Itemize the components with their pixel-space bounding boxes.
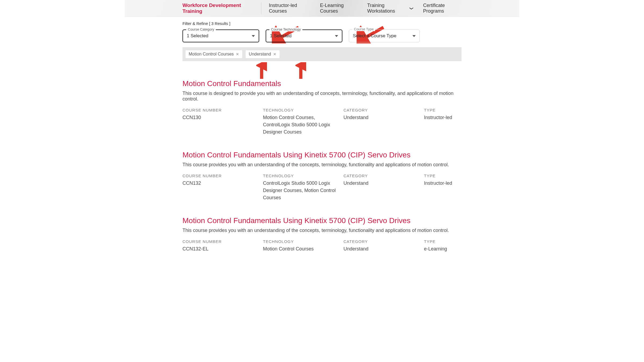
caret-down-icon (335, 35, 338, 37)
meta-value-number: CCN132 (182, 180, 263, 187)
nav-item[interactable]: Instructor-led Courses (269, 3, 310, 14)
meta-value-category: Understand (343, 245, 424, 253)
filter-dropdown[interactable]: Course Category1 Selected (182, 29, 259, 42)
nav-item-label: Training Workstations (367, 3, 407, 14)
filter-refine-header: Filter & Refine [ 3 Results ] (182, 21, 462, 26)
meta-label-category: CATEGORY (343, 239, 424, 244)
course-title-link[interactable]: Motion Control Fundamentals Using Kineti… (182, 216, 462, 225)
nav-item-label: Instructor-led Courses (269, 3, 310, 14)
course-result: Motion Control FundamentalsThis course i… (182, 79, 462, 136)
meta-value-number: CCN132-EL (182, 245, 263, 253)
meta-label-type: TYPE (424, 173, 462, 178)
meta-label-number: COURSE NUMBER (182, 108, 263, 112)
meta-value-technology: Motion Control Courses, ControlLogix Stu… (263, 114, 343, 136)
nav-item-label: Certificate Programs (423, 3, 462, 14)
chip-label: Motion Control Courses (189, 52, 234, 57)
course-description: This course is designed to provide you w… (182, 91, 462, 102)
caret-down-icon (412, 35, 416, 37)
meta-value-category: Understand (343, 114, 424, 121)
meta-value-type: Instructor-led (424, 114, 462, 121)
course-meta: COURSE NUMBERCCN132-ELTECHNOLOGYMotion C… (182, 239, 462, 253)
course-description: This course provides you with an underst… (182, 228, 462, 233)
nav-item[interactable]: Certificate Programs (423, 3, 462, 14)
dropdown-legend: Course Type (352, 27, 375, 31)
meta-value-technology: ControlLogix Studio 5000 Logix Designer … (263, 180, 343, 201)
dropdown-value: 1 Selected (270, 33, 335, 39)
meta-label-type: TYPE (424, 239, 462, 244)
caret-down-icon (252, 35, 255, 37)
meta-value-technology: Motion Control Courses (263, 245, 343, 253)
filter-chip[interactable]: Understand✕ (245, 50, 280, 58)
meta-value-type: e-Learning (424, 245, 462, 253)
meta-label-number: COURSE NUMBER (182, 173, 263, 178)
active-filter-chips-bar: Motion Control Courses✕Understand✕ (182, 47, 462, 61)
filter-dropdown[interactable]: Course Technology1 Selected (266, 29, 342, 42)
meta-label-number: COURSE NUMBER (182, 239, 263, 244)
close-icon[interactable]: ✕ (236, 52, 239, 56)
course-description: This course provides you with an underst… (182, 162, 462, 168)
meta-label-category: CATEGORY (343, 173, 424, 178)
meta-label-type: TYPE (424, 108, 462, 112)
meta-value-category: Understand (343, 180, 424, 187)
dropdown-legend: Course Technology (269, 27, 302, 31)
meta-value-type: Instructor-led (424, 180, 462, 187)
nav-item-label: E-Learning Courses (320, 3, 358, 14)
chip-label: Understand (249, 52, 271, 57)
meta-label-technology: TECHNOLOGY (263, 108, 343, 112)
dropdown-legend: Course Category (186, 27, 216, 31)
course-meta: COURSE NUMBERCCN132TECHNOLOGYControlLogi… (182, 173, 462, 201)
filter-chip[interactable]: Motion Control Courses✕ (185, 50, 243, 58)
course-meta: COURSE NUMBERCCN130TECHNOLOGYMotion Cont… (182, 108, 462, 136)
meta-value-number: CCN130 (182, 114, 263, 121)
meta-label-category: CATEGORY (343, 108, 424, 112)
top-nav: Workforce Development Training Instructo… (125, 0, 519, 17)
nav-item[interactable]: Training Workstations (367, 3, 413, 14)
filter-dropdown[interactable]: Course TypeSelect a Course Type (349, 29, 420, 42)
chevron-down-icon (409, 7, 414, 10)
meta-label-technology: TECHNOLOGY (263, 239, 343, 244)
course-title-link[interactable]: Motion Control Fundamentals Using Kineti… (182, 151, 462, 159)
dropdown-value: Select a Course Type (353, 33, 412, 39)
nav-active-tab[interactable]: Workforce Development Training (182, 2, 261, 14)
course-result: Motion Control Fundamentals Using Kineti… (182, 216, 462, 253)
nav-item[interactable]: E-Learning Courses (320, 3, 358, 14)
meta-label-technology: TECHNOLOGY (263, 173, 343, 178)
course-result: Motion Control Fundamentals Using Kineti… (182, 151, 462, 201)
close-icon[interactable]: ✕ (273, 52, 276, 56)
dropdown-value: 1 Selected (187, 33, 252, 39)
course-title-link[interactable]: Motion Control Fundamentals (182, 79, 462, 88)
